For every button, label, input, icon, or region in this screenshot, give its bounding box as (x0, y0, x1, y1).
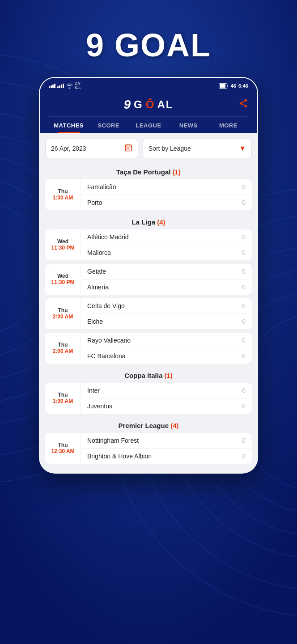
team-name: Famalicão (87, 183, 242, 191)
status-bar: 2.9 K/s 46 6:46 (40, 78, 257, 93)
score: 0 (242, 402, 246, 410)
team-name: Celta de Vigo (87, 302, 242, 309)
match-hour: 2:00 AM (53, 314, 73, 320)
league-section-premier: Premier League (4) Thu 12:30 AM Nottingh… (45, 417, 252, 464)
score: 0 (242, 183, 246, 191)
league-section-laliga: La Liga (4) Wed 11:30 PM Atlético Madrid… (45, 214, 252, 364)
team-name: Porto (87, 199, 242, 206)
team-row: Rayo Vallecano 0 (81, 333, 252, 348)
team-row: Celta de Vigo 0 (81, 298, 252, 314)
chevron-down-icon: ▼ (239, 144, 246, 153)
league-count-taca: (1) (173, 168, 181, 176)
match-teams-laliga-1: Getafe 0 Almería 0 (81, 264, 252, 295)
score: 0 (242, 199, 246, 206)
app-logo: 9 G Ô AL (124, 97, 174, 112)
score: 0 (242, 453, 246, 460)
match-time-premier-0: Thu 12:30 AM (45, 433, 81, 464)
match-card-laliga-2[interactable]: Thu 2:00 AM Celta de Vigo 0 Elche 0 (45, 298, 252, 329)
team-name: Mallorca (87, 249, 242, 256)
tab-league[interactable]: LEAGUE (128, 117, 168, 133)
team-row: Famalicão 0 (81, 179, 252, 195)
match-day: Wed (57, 238, 68, 245)
match-card-laliga-3[interactable]: Thu 2:00 AM Rayo Vallecano 0 FC Barcelon… (45, 333, 252, 364)
team-row: Brighton & Hove Albion 0 (81, 449, 252, 464)
calendar-icon (124, 144, 132, 153)
svg-point-17 (240, 102, 242, 105)
league-header-laliga: La Liga (4) (45, 214, 252, 229)
date-picker[interactable]: 26 Apr, 2023 (45, 139, 138, 158)
header-top: 9 G Ô AL (49, 97, 248, 116)
match-card-taca-0[interactable]: Thu 1:30 AM Famalicão 0 Porto 0 (45, 179, 252, 210)
battery-level: 46 (231, 83, 236, 89)
team-row: Mallorca 0 (81, 245, 252, 260)
team-name: Elche (87, 318, 242, 325)
svg-point-16 (245, 99, 247, 102)
team-row: Elche 0 (81, 314, 252, 329)
match-teams-laliga-0: Atlético Madrid 0 Mallorca 0 (81, 229, 252, 260)
score: 0 (242, 233, 246, 241)
league-header-premier: Premier League (4) (45, 417, 252, 433)
match-card-laliga-0[interactable]: Wed 11:30 PM Atlético Madrid 0 Mallorca … (45, 229, 252, 260)
team-name: Rayo Vallecano (87, 337, 242, 344)
page-title: 9 GOAL (86, 27, 211, 64)
match-hour: 1:30 AM (53, 195, 73, 201)
svg-rect-15 (220, 84, 225, 88)
league-count-laliga: (4) (157, 218, 165, 226)
nav-tabs: MATCHES SCORE LEAGUE NEWS MORE (49, 116, 248, 133)
match-card-premier-0[interactable]: Thu 12:30 AM Nottingham Forest 0 Brighto… (45, 433, 252, 464)
score: 0 (242, 302, 246, 309)
match-day: Thu (58, 392, 68, 398)
score: 0 (242, 268, 246, 275)
svg-point-18 (245, 105, 247, 108)
team-name: Getafe (87, 268, 242, 275)
team-name: Inter (87, 387, 242, 394)
team-name: Brighton & Hove Albion (87, 453, 242, 460)
main-content: 26 Apr, 2023 Sort by League ▼ (40, 133, 257, 473)
league-count-premier: (4) (170, 422, 178, 429)
svg-line-19 (242, 104, 245, 106)
team-name: FC Barcelona (87, 352, 242, 360)
match-teams-laliga-3: Rayo Vallecano 0 FC Barcelona 0 (81, 333, 252, 364)
status-right: 46 6:46 (219, 83, 248, 89)
match-day: Thu (58, 188, 68, 195)
signal-bar-1 (49, 84, 55, 88)
match-time-coppa-0: Thu 1:00 AM (45, 383, 81, 414)
signal-bar-2 (57, 84, 64, 88)
score: 0 (242, 437, 246, 444)
team-row: Getafe 0 (81, 264, 252, 280)
tab-matches[interactable]: MATCHES (49, 117, 89, 133)
league-header-taca: Taça De Portugal (1) (45, 164, 252, 179)
time: 6:46 (238, 83, 248, 89)
svg-point-5 (0, 201, 45, 335)
match-hour: 11:30 PM (51, 245, 74, 251)
tab-score[interactable]: SCORE (89, 117, 128, 133)
match-card-laliga-1[interactable]: Wed 11:30 PM Getafe 0 Almería 0 (45, 264, 252, 295)
score: 0 (242, 249, 246, 256)
tab-more[interactable]: MORE (208, 117, 248, 133)
sort-dropdown[interactable]: Sort by League ▼ (143, 139, 252, 158)
score: 0 (242, 284, 246, 291)
match-teams-laliga-2: Celta de Vigo 0 Elche 0 (81, 298, 252, 329)
match-day: Thu (58, 342, 68, 348)
tab-news[interactable]: NEWS (169, 117, 208, 133)
share-button[interactable] (238, 98, 248, 110)
match-teams-premier-0: Nottingham Forest 0 Brighton & Hove Albi… (81, 433, 252, 464)
league-header-coppa: Coppa Italia (1) (45, 367, 252, 383)
match-teams-taca-0: Famalicão 0 Porto 0 (81, 179, 252, 210)
team-row: Atlético Madrid 0 (81, 229, 252, 245)
match-day: Thu (58, 307, 68, 314)
status-left: 2.9 K/s (49, 81, 81, 90)
match-card-coppa-0[interactable]: Thu 1:00 AM Inter 0 Juventus 0 (45, 383, 252, 414)
phone-mockup: 2.9 K/s 46 6:46 9 G Ô AL (39, 77, 258, 474)
team-name: Nottingham Forest (87, 437, 242, 444)
league-section-coppa: Coppa Italia (1) Thu 1:00 AM Inter 0 Juv… (45, 367, 252, 414)
svg-rect-21 (125, 145, 132, 151)
score: 0 (242, 387, 246, 394)
svg-rect-26 (128, 148, 129, 149)
match-day: Thu (58, 442, 68, 448)
match-hour: 11:30 PM (51, 279, 74, 285)
app-header: 9 G Ô AL MATCHES SCORE LEAGUE NEW (40, 93, 257, 133)
match-hour: 12:30 AM (51, 448, 74, 454)
match-time-laliga-2: Thu 2:00 AM (45, 298, 81, 329)
match-time-laliga-1: Wed 11:30 PM (45, 264, 81, 295)
